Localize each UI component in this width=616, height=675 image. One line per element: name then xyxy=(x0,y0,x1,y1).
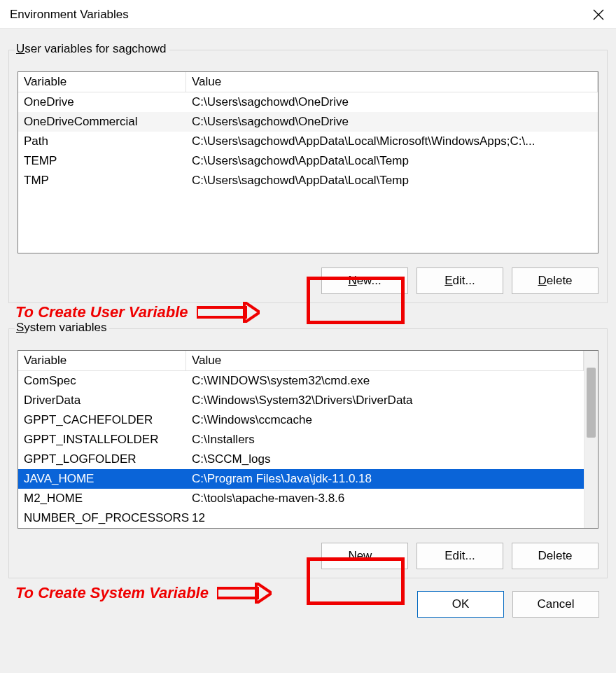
user-variables-table[interactable]: Variable Value OneDriveC:\Users\sagchowd… xyxy=(18,71,598,253)
cell-value: C:\Users\sagchowd\OneDrive xyxy=(186,112,598,132)
table-row[interactable]: JAVA_HOMEC:\Program Files\Java\jdk-11.0.… xyxy=(18,469,584,489)
user-variables-label: User variables for sagchowd xyxy=(15,42,169,56)
page-title: Environment Variables xyxy=(10,8,129,22)
cell-variable: TMP xyxy=(18,171,186,190)
system-buttons-row: New... Edit... Delete xyxy=(18,529,598,569)
cell-value: C:\Users\sagchowd\AppData\Local\Microsof… xyxy=(186,132,598,151)
table-row[interactable]: OneDriveCommercialC:\Users\sagchowd\OneD… xyxy=(18,112,598,132)
cell-variable: OneDrive xyxy=(18,92,186,112)
col-header-value[interactable]: Value xyxy=(186,72,598,92)
table-row[interactable]: ComSpecC:\WINDOWS\system32\cmd.exe xyxy=(18,371,584,391)
scrollbar-thumb[interactable] xyxy=(587,368,596,438)
system-edit-button[interactable]: Edit... xyxy=(416,543,503,569)
user-buttons-row: New... Edit... Delete xyxy=(18,253,598,294)
cell-variable: TEMP xyxy=(18,151,186,171)
cell-variable: GPPT_CACHEFOLDER xyxy=(18,410,186,430)
svg-rect-0 xyxy=(197,307,246,317)
cell-value: C:\Program Files\Java\jdk-11.0.18 xyxy=(186,469,584,489)
table-row[interactable]: NUMBER_OF_PROCESSORS12 xyxy=(18,508,584,528)
system-delete-button[interactable]: Delete xyxy=(512,543,598,569)
table-row[interactable]: OneDriveC:\Users\sagchowd\OneDrive xyxy=(18,92,598,112)
cell-value: C:\tools\apache-maven-3.8.6 xyxy=(186,489,584,508)
ok-button[interactable]: OK xyxy=(417,591,504,618)
cell-value: C:\Users\sagchowd\OneDrive xyxy=(186,92,598,112)
titlebar: Environment Variables xyxy=(0,0,616,29)
table-row[interactable]: GPPT_LOGFOLDERC:\SCCM_logs xyxy=(18,450,584,469)
system-variables-table[interactable]: Variable Value ComSpecC:\WINDOWS\system3… xyxy=(18,350,598,529)
user-variables-group: User variables for sagchowd Variable Val… xyxy=(8,50,608,303)
system-variables-group: System variables Variable Value ComSpecC… xyxy=(8,328,608,578)
table-row[interactable]: TMPC:\Users\sagchowd\AppData\Local\Temp xyxy=(18,171,598,190)
cell-value: C:\Windows\System32\Drivers\DriverData xyxy=(186,391,584,410)
scrollbar[interactable] xyxy=(584,351,598,528)
cancel-button[interactable]: Cancel xyxy=(512,591,599,618)
table-header: Variable Value xyxy=(18,351,584,371)
col-header-variable[interactable]: Variable xyxy=(18,72,186,92)
table-row[interactable]: TEMPC:\Users\sagchowd\AppData\Local\Temp xyxy=(18,151,598,171)
col-header-variable[interactable]: Variable xyxy=(18,351,186,370)
cell-variable: DriverData xyxy=(18,391,186,410)
cell-value: C:\Installers xyxy=(186,430,584,450)
cell-value: C:\Users\sagchowd\AppData\Local\Temp xyxy=(186,151,598,171)
user-new-button[interactable]: New... xyxy=(321,267,408,294)
user-delete-button[interactable]: Delete xyxy=(512,267,598,294)
col-header-value[interactable]: Value xyxy=(186,351,584,370)
cell-variable: OneDriveCommercial xyxy=(18,112,186,132)
cell-variable: GPPT_INSTALLFOLDER xyxy=(18,430,186,450)
table-row[interactable]: GPPT_CACHEFOLDERC:\Windows\ccmcache xyxy=(18,410,584,430)
table-row[interactable]: GPPT_INSTALLFOLDERC:\Installers xyxy=(18,430,584,450)
cell-variable: M2_HOME xyxy=(18,489,186,508)
cell-variable: JAVA_HOME xyxy=(18,469,186,489)
system-variables-label: System variables xyxy=(15,321,109,335)
table-header: Variable Value xyxy=(18,72,598,92)
annotation-user: To Create User Variable xyxy=(15,302,260,323)
cell-variable: GPPT_LOGFOLDER xyxy=(18,450,186,469)
footer-buttons: OK Cancel xyxy=(8,578,608,618)
table-row[interactable]: DriverDataC:\Windows\System32\Drivers\Dr… xyxy=(18,391,584,410)
close-icon[interactable] xyxy=(591,7,606,22)
user-edit-button[interactable]: Edit... xyxy=(416,267,503,294)
cell-variable: Path xyxy=(18,132,186,151)
cell-variable: ComSpec xyxy=(18,371,186,391)
cell-variable: NUMBER_OF_PROCESSORS xyxy=(18,508,186,528)
cell-value: C:\WINDOWS\system32\cmd.exe xyxy=(186,371,584,391)
cell-value: C:\Users\sagchowd\AppData\Local\Temp xyxy=(186,171,598,190)
table-row[interactable]: PathC:\Users\sagchowd\AppData\Local\Micr… xyxy=(18,132,598,151)
dialog-body: User variables for sagchowd Variable Val… xyxy=(0,29,616,673)
cell-value: C:\SCCM_logs xyxy=(186,450,584,469)
cell-value: 12 xyxy=(186,508,584,528)
table-row[interactable]: M2_HOMEC:\tools\apache-maven-3.8.6 xyxy=(18,489,584,508)
system-new-button[interactable]: New... xyxy=(321,543,408,569)
cell-value: C:\Windows\ccmcache xyxy=(186,410,584,430)
arrow-right-icon xyxy=(197,302,260,323)
